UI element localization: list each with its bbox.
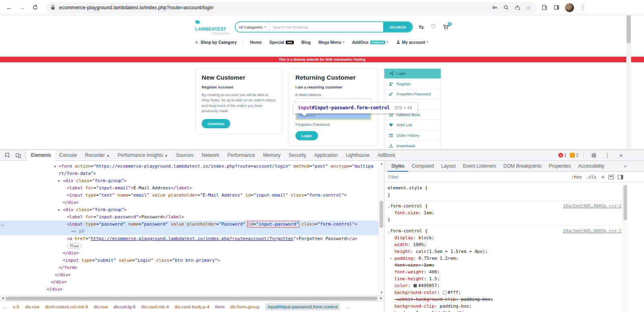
- browser-menu-icon[interactable]: ⋮: [578, 3, 588, 12]
- tab-security[interactable]: Security: [285, 150, 310, 161]
- continue-button[interactable]: Continue: [202, 119, 230, 128]
- code-line[interactable]: ▼<form action="https://ecommerce-playgro…: [0, 163, 384, 177]
- pseudo-state-toggle[interactable]: :hov: [571, 174, 582, 180]
- tab-console[interactable]: Console: [55, 150, 81, 161]
- error-badge[interactable]: ×1: [558, 153, 567, 158]
- more-tabs-icon[interactable]: »: [624, 164, 626, 168]
- code-line[interactable]: </div>: [0, 271, 384, 279]
- expand-arrow-icon[interactable]: ▸: [390, 310, 392, 312]
- code-line[interactable]: <input type="text" name="email" value pl…: [0, 192, 384, 199]
- scroll-left-icon[interactable]: ◄: [1, 296, 4, 300]
- style-property[interactable]: ▸border: 2px solid #ced4da;: [388, 310, 621, 312]
- nav-item-special[interactable]: SpecialHot: [269, 40, 293, 45]
- account-menu-item-order-history[interactable]: Order History: [384, 130, 441, 141]
- settings-gear-icon[interactable]: [588, 151, 599, 160]
- search-button[interactable]: SEARCH: [383, 22, 412, 32]
- dom-crumb[interactable]: div.row: [93, 304, 108, 309]
- expand-arrow-icon[interactable]: ▼: [58, 207, 60, 214]
- account-menu-item-forgotten-password[interactable]: Forgotten Password: [384, 89, 441, 100]
- styles-filter-input[interactable]: Filter: [388, 174, 567, 179]
- style-property[interactable]: font-size: 1em;: [388, 262, 621, 269]
- compare-icon[interactable]: ⇆: [419, 23, 424, 31]
- style-property[interactable]: width: 100%;: [388, 241, 621, 248]
- dom-crumb[interactable]: input#input-password.form-control: [265, 303, 340, 310]
- code-line[interactable]: <input type="submit" value="Login" class…: [0, 257, 384, 264]
- login-button[interactable]: Login: [295, 131, 318, 140]
- new-style-rule-button[interactable]: +: [601, 174, 605, 180]
- zoom-icon[interactable]: [502, 3, 510, 12]
- style-property[interactable]: font-weight: 400;: [388, 269, 621, 275]
- style-property[interactable]: color: #495057;: [388, 282, 621, 289]
- code-line[interactable]: == $0: [0, 228, 384, 235]
- breadcrumb-overflow-icon[interactable]: …: [346, 304, 351, 309]
- nav-item-addons[interactable]: AddOnsFeatured▾: [352, 40, 388, 45]
- code-line[interactable]: <a href="https://ecommerce-playground.la…: [0, 235, 384, 242]
- rule-selector-line[interactable]: 10ac5ed1985…9805b.css:2.form-control {: [388, 203, 621, 209]
- sidebar-tab-event-listeners[interactable]: Event Listeners: [459, 161, 500, 172]
- more-actions-icon[interactable]: …: [1, 221, 4, 228]
- scroll-right-icon[interactable]: ►: [380, 296, 383, 300]
- flex-badge[interactable]: flex: [67, 243, 82, 249]
- share-icon[interactable]: [513, 3, 522, 12]
- code-line[interactable]: </div>: [0, 286, 384, 293]
- bookmark-star-icon[interactable]: ☆: [524, 3, 533, 12]
- attribute-link[interactable]: https://ecommerce-playground.lambdatest.…: [91, 236, 293, 241]
- forgotten-password-link[interactable]: Forgotten Password: [295, 122, 372, 127]
- issues-badge[interactable]: !2: [570, 153, 578, 158]
- expand-arrow-icon[interactable]: ▼: [54, 163, 56, 170]
- style-property[interactable]: height: calc(1.5em + 1.5rem + 4px);: [388, 248, 621, 255]
- address-bar[interactable]: ecommerce-playground.lambdatest.io/index…: [46, 2, 537, 13]
- devtools-close-icon[interactable]: ×: [616, 151, 626, 160]
- wishlist-heart-icon[interactable]: ♡: [431, 23, 436, 31]
- color-swatch[interactable]: [413, 284, 417, 287]
- account-menu-item-login[interactable]: Login: [384, 69, 441, 79]
- profile-avatar[interactable]: [565, 3, 574, 12]
- sidebar-tab-properties[interactable]: Properties: [545, 161, 575, 172]
- rule-selector[interactable]: element.style {: [388, 185, 427, 191]
- nav-item-blog[interactable]: Blog: [301, 40, 311, 45]
- password-manager-icon[interactable]: [490, 3, 499, 12]
- search-input[interactable]: Search For Products: [270, 25, 383, 29]
- rule-selector-line[interactable]: 10ac5ed1985…9805b.css:1.form-control {: [388, 228, 621, 234]
- style-property[interactable]: line-height: 1.5;: [388, 275, 621, 282]
- nav-item-mega-menu[interactable]: Mega Menu▾: [318, 40, 345, 45]
- rule-selector-line[interactable]: element.style {: [388, 185, 621, 191]
- stylesheet-link[interactable]: 10ac5ed1985…9805b.css:2: [563, 203, 621, 209]
- styles-scrollbar[interactable]: [622, 183, 628, 312]
- extensions-icon[interactable]: [539, 3, 549, 12]
- computed-sidebar-toggle-icon[interactable]: [618, 175, 623, 179]
- dom-crumb[interactable]: div.card-body.p-4: [175, 304, 210, 309]
- dom-crumb[interactable]: div.card.mb-4: [141, 304, 169, 309]
- sidebar-tab-layout[interactable]: Layout: [438, 161, 459, 172]
- tab-memory[interactable]: Memory: [259, 150, 285, 161]
- rendering-options-icon[interactable]: [609, 175, 614, 179]
- page-scrollbar[interactable]: [626, 15, 631, 150]
- code-line[interactable]: ▼<div class="form-group">: [0, 177, 384, 185]
- dom-crumb[interactable]: o-5: [13, 304, 20, 309]
- back-button[interactable]: ←: [4, 2, 14, 13]
- sidebar-tab-accessibility[interactable]: Accessibility: [574, 161, 608, 172]
- cart-icon[interactable]: 0: [443, 24, 449, 30]
- expand-arrow-icon[interactable]: ▼: [58, 178, 60, 185]
- rule-selector[interactable]: .form-control {: [388, 203, 427, 209]
- tab-application[interactable]: Application: [310, 150, 342, 161]
- style-property[interactable]: font-size: 1em;: [388, 209, 621, 216]
- tab-sources[interactable]: Sources: [172, 150, 198, 161]
- dom-crumb[interactable]: div.col-lg-6: [114, 304, 136, 309]
- sidebar-tab-dom-breakpoints[interactable]: DOM Breakpoints: [500, 161, 545, 172]
- nav-item-home[interactable]: Home: [250, 40, 262, 45]
- forward-button[interactable]: →: [17, 2, 27, 13]
- account-menu-item-wish-list[interactable]: Wish List: [384, 120, 441, 130]
- dom-crumb[interactable]: form: [215, 304, 225, 309]
- devtools-menu-icon[interactable]: ⋮: [602, 151, 613, 160]
- code-line[interactable]: flex: [0, 242, 384, 250]
- elements-scrollbar[interactable]: ▲ ▼: [378, 161, 384, 296]
- elements-horizontal-scrollbar[interactable]: ◄ ►: [0, 296, 384, 301]
- code-line[interactable]: </div>: [0, 199, 384, 206]
- sidebar-tab-styles[interactable]: Styles: [388, 161, 408, 172]
- sidebar-tab-computed[interactable]: Computed: [408, 161, 438, 172]
- code-line[interactable]: </form>: [0, 264, 384, 271]
- element-classes-toggle[interactable]: .cls: [586, 174, 597, 180]
- site-logo[interactable]: ⛟ LAMBDATEST Playground: [195, 19, 229, 35]
- tab-performance-insights[interactable]: Performance insights▲: [114, 150, 172, 161]
